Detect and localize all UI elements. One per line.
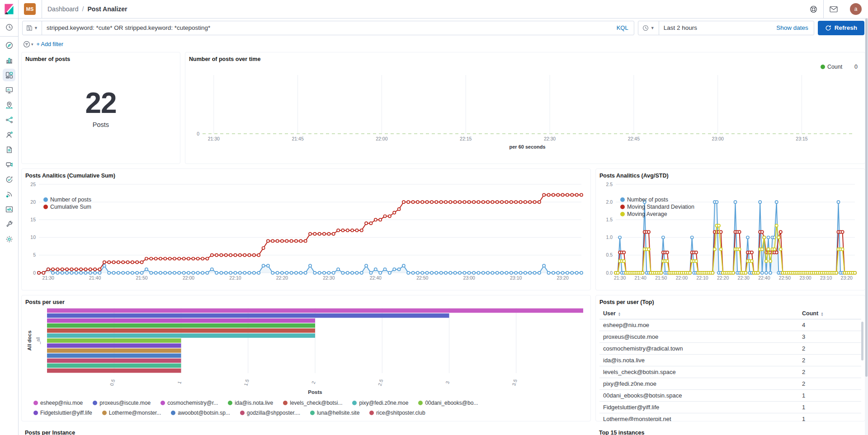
add-filter-link[interactable]: + Add filter bbox=[37, 41, 63, 47]
legend-value: 0 bbox=[854, 63, 858, 70]
table-scrollbar-thumb[interactable] bbox=[861, 322, 863, 360]
sidebar-item-visualize[interactable] bbox=[3, 54, 15, 66]
legend-item[interactable]: luna@hellsite.site bbox=[310, 409, 359, 416]
svg-text:22:30: 22:30 bbox=[738, 275, 750, 281]
svg-text:0: 0 bbox=[197, 131, 199, 136]
sidebar-item-graph[interactable] bbox=[3, 128, 15, 141]
sidebar-item-discover[interactable] bbox=[3, 39, 15, 51]
user-cell: 00dani_ebooks@botsin.space bbox=[599, 390, 798, 402]
visualize-icon bbox=[5, 56, 13, 64]
legend-item[interactable]: Number of posts bbox=[620, 196, 694, 203]
over-time-legend: Count0 bbox=[821, 63, 858, 70]
panel-title[interactable]: Number of posts bbox=[25, 56, 176, 62]
legend-dot bbox=[43, 205, 48, 209]
legend-item[interactable]: godzilla@shpposter.... bbox=[240, 409, 300, 416]
page-scrollbar-thumb[interactable] bbox=[865, 19, 868, 377]
legend-dot bbox=[620, 205, 625, 209]
legend-item[interactable]: Number of posts bbox=[43, 196, 91, 203]
legend-item[interactable]: Moving Standard Deviation bbox=[620, 203, 694, 210]
panel-title[interactable]: Posts Analitics (Cumulative Sum) bbox=[25, 173, 587, 179]
legend-item[interactable]: ida@is.nota.live bbox=[228, 399, 273, 407]
legend-item[interactable]: Cumulative Sum bbox=[43, 203, 91, 210]
legend-dot bbox=[821, 65, 825, 69]
sidebar-item-siem[interactable] bbox=[3, 158, 15, 171]
sidebar-item-metrics[interactable] bbox=[3, 203, 15, 215]
filter-icon[interactable]: ▾ bbox=[23, 41, 33, 48]
kibana-logo[interactable] bbox=[0, 0, 19, 18]
legend-item[interactable]: Count0 bbox=[821, 63, 858, 70]
sidebar-item-machine-learning[interactable] bbox=[3, 113, 15, 126]
count-cell: 2 bbox=[798, 366, 861, 378]
sidebar-item-dev-tools[interactable] bbox=[3, 218, 15, 230]
sidebar-item-recently-viewed[interactable] bbox=[3, 21, 15, 33]
cumulative-svg[interactable]: 051015202521:3021:4021:5022:0022:1022:20… bbox=[25, 180, 587, 286]
help-icon[interactable] bbox=[803, 0, 823, 18]
panel-title[interactable]: Number of posts over time bbox=[189, 56, 861, 62]
refresh-button[interactable]: Refresh bbox=[818, 21, 864, 35]
sidebar-item-apm[interactable] bbox=[3, 188, 15, 201]
svg-text:per 60 seconds: per 60 seconds bbox=[509, 144, 545, 150]
legend-dot bbox=[240, 411, 245, 415]
panel-title[interactable]: Posts per Instance bbox=[25, 430, 587, 435]
posts-per-user-chart[interactable]: 0.511.522.533.5All docs_allPosts bbox=[25, 306, 587, 397]
sidebar-item-canvas[interactable] bbox=[3, 84, 15, 96]
posts-over-time-chart[interactable]: 21:3021:4522:0022:1522:3022:4523:0023:15… bbox=[189, 63, 861, 157]
legend-item[interactable]: levels_check@botsi... bbox=[283, 399, 342, 407]
table-row: levels_check@botsin.space2 bbox=[599, 366, 861, 378]
svg-text:10: 10 bbox=[30, 234, 36, 240]
sidebar-item-management[interactable] bbox=[3, 233, 15, 245]
legend-item[interactable]: esheep@niu.moe bbox=[33, 399, 83, 407]
panel-title[interactable]: Posts Analitics (Avg/STD) bbox=[599, 173, 861, 179]
legend-item[interactable]: pixy@fedi.z0ne.moe bbox=[352, 399, 408, 407]
show-dates-link[interactable]: Show dates bbox=[776, 24, 814, 31]
panel-top-15-instances: Top 15 instances bbox=[595, 426, 865, 435]
space-badge[interactable]: MS bbox=[24, 3, 36, 15]
sidebar-item-maps[interactable] bbox=[3, 98, 15, 111]
posts-per-user-svg[interactable]: 0.511.522.533.5All docs_allPosts bbox=[25, 306, 587, 397]
column-header-user[interactable]: User▲▼ bbox=[599, 308, 798, 319]
recently-viewed-icon bbox=[5, 23, 13, 31]
table-row: pixy@fedi.z0ne.moe2 bbox=[599, 378, 861, 390]
legend-item[interactable]: proxeus@iscute.moe bbox=[93, 399, 151, 407]
svg-text:23:00: 23:00 bbox=[712, 136, 724, 141]
svg-text:23:15: 23:15 bbox=[796, 136, 807, 141]
legend-item[interactable]: Moving Average bbox=[620, 210, 694, 218]
breadcrumb-dashboard[interactable]: Dashboard bbox=[47, 5, 79, 13]
panel-title[interactable]: Top 15 instances bbox=[599, 430, 862, 435]
uptime-icon bbox=[5, 176, 13, 183]
legend-item[interactable]: 00dani_ebooks@bo... bbox=[418, 399, 478, 407]
sidebar-item-uptime[interactable] bbox=[3, 173, 15, 186]
user-cell: esheep@niu.moe bbox=[599, 319, 798, 331]
sidebar-item-logs[interactable] bbox=[3, 143, 15, 156]
svg-text:23:10: 23:10 bbox=[820, 275, 832, 281]
user-cell: Lotherme@monsterpit.net bbox=[599, 413, 798, 422]
mail-icon[interactable] bbox=[824, 0, 844, 18]
query-group: ▼ KQL bbox=[22, 21, 634, 35]
count-cell: 1 bbox=[798, 390, 861, 402]
legend-item[interactable]: awoobot@botsin.sp... bbox=[171, 409, 230, 416]
cumulative-sum-chart[interactable]: 051015202521:3021:4021:5022:0022:1022:20… bbox=[25, 180, 587, 286]
panel-title[interactable]: Posts per user (Top) bbox=[599, 299, 861, 305]
user-cell: cosmochemistry@radical.town bbox=[599, 343, 798, 355]
panel-title[interactable]: Posts per user bbox=[25, 299, 587, 305]
svg-text:22:00: 22:00 bbox=[183, 275, 194, 281]
column-header-count[interactable]: Count▲▼ bbox=[798, 308, 861, 319]
legend-item[interactable]: cosmochemistry@r... bbox=[160, 399, 218, 407]
legend-item[interactable]: Fidgetsluttier@yiff.life bbox=[33, 409, 92, 416]
legend-dot bbox=[418, 401, 423, 405]
legend-item[interactable]: Lotherme@monster... bbox=[102, 409, 161, 416]
saved-query-button[interactable]: ▼ bbox=[23, 21, 42, 35]
legend-item[interactable]: rice@shitposter.club bbox=[369, 409, 425, 416]
time-picker-button[interactable]: ▼ bbox=[638, 21, 659, 35]
over-time-svg[interactable]: 21:3021:4522:0022:1522:3022:4523:0023:15… bbox=[189, 63, 861, 157]
svg-text:2.5: 2.5 bbox=[606, 182, 613, 187]
kql-button[interactable]: KQL bbox=[611, 24, 634, 31]
metric-value: 22 bbox=[85, 89, 116, 117]
time-range-value[interactable]: Last 2 hours bbox=[659, 24, 777, 31]
legend-dot bbox=[620, 197, 625, 202]
avg-std-chart[interactable]: 0.00.51.01.52.02.521:3021:4021:5022:0022… bbox=[599, 180, 861, 286]
sidebar-item-dashboard[interactable] bbox=[3, 69, 15, 81]
query-input[interactable] bbox=[42, 24, 611, 31]
svg-text:23:00: 23:00 bbox=[463, 275, 475, 281]
avatar[interactable]: a bbox=[850, 3, 862, 15]
